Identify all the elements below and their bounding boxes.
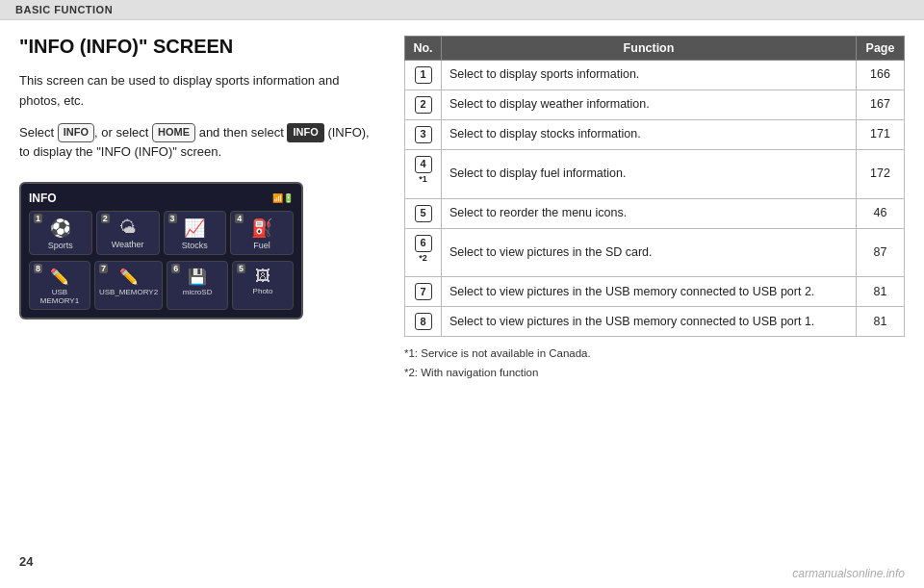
superscript: *2: [419, 253, 427, 263]
screen-usb2-label: USB_MEMORY2: [99, 288, 158, 296]
screen-icon-photo[interactable]: 5 🖼 Photo: [232, 261, 294, 310]
screen-usb1-label: USB MEMORY1: [34, 288, 86, 305]
table-row: 3Select to display stocks information.17…: [405, 120, 905, 150]
screen-bottom-icons-row: 8 ✏️ USB MEMORY1 7 ✏️ USB_MEMORY2 6 💾 mi…: [29, 261, 294, 310]
screen-icon-fuel[interactable]: 4 ⛽ Fuel: [230, 211, 294, 255]
table-cell-page: 167: [857, 90, 905, 120]
screen-num-7: 7: [99, 264, 108, 273]
top-bar: BASIC FUNCTION: [0, 0, 924, 20]
table-cell-function: Select to display fuel information.: [442, 150, 857, 199]
col-header-no: No.: [405, 37, 442, 61]
table-cell-function: Select to display stocks information.: [442, 120, 857, 150]
table-cell-function: Select to view pictures in the USB memor…: [442, 277, 857, 307]
table-cell-function: Select to display weather information.: [442, 90, 857, 120]
screen-usb2-icon: ✏️: [99, 268, 158, 286]
table-cell-page: 166: [857, 61, 905, 90]
screen-num-2: 2: [101, 214, 110, 223]
table-cell-function: Select to display sports information.: [442, 61, 857, 90]
screen-num-5: 5: [237, 264, 245, 273]
table-cell-page: 81: [857, 277, 905, 307]
table-cell-num: 6*2: [405, 228, 442, 277]
table-cell-page: 171: [857, 120, 905, 150]
table-cell-num: 4*1: [405, 150, 442, 199]
table-cell-function: Select to reorder the menu icons.: [442, 198, 857, 228]
screen-header-text: INFO: [29, 192, 57, 205]
table-cell-num: 1: [405, 61, 442, 90]
right-column: No. Function Page 1Select to display spo…: [404, 36, 905, 382]
table-cell-page: 81: [857, 307, 905, 337]
screen-num-8: 8: [34, 264, 42, 273]
num-circle: 3: [415, 126, 432, 143]
table-cell-function: Select to view pictures in the USB memor…: [442, 307, 857, 337]
screen-icon-stocks[interactable]: 3 📈 Stocks: [164, 211, 227, 255]
screen-icon-usb2[interactable]: 7 ✏️ USB_MEMORY2: [94, 261, 163, 310]
para2-before: Select: [19, 125, 54, 140]
num-circle: 4: [415, 156, 432, 173]
page-number: 24: [19, 554, 33, 569]
table-row: 6*2Select to view pictures in the SD car…: [405, 228, 905, 277]
table-row: 5Select to reorder the menu icons.46: [405, 198, 905, 228]
table-cell-num: 2: [405, 90, 442, 120]
col-header-function: Function: [442, 37, 857, 61]
num-circle: 7: [415, 283, 432, 300]
info-table: No. Function Page 1Select to display spo…: [404, 36, 905, 337]
screen-top-icons-row: 1 ⚽ Sports 2 🌤 Weather 3 📈 Stocks 4 ⛽: [29, 211, 294, 255]
top-bar-label: BASIC FUNCTION: [15, 4, 113, 15]
screen-weather-label: Weather: [101, 240, 155, 249]
screen-status-icons: 📶🔋: [272, 193, 294, 203]
table-cell-page: 46: [857, 198, 905, 228]
screen-icon-usb1[interactable]: 8 ✏️ USB MEMORY1: [29, 261, 90, 310]
info-btn-filled: INFO: [287, 123, 323, 142]
section-title: "INFO (INFO)" SCREEN: [19, 36, 375, 58]
screen-num-6: 6: [171, 264, 180, 273]
table-cell-function: Select to view pictures in the SD card.: [442, 228, 857, 277]
screen-photo-label: Photo: [237, 287, 289, 295]
table-cell-num: 5: [405, 198, 442, 228]
table-cell-num: 8: [405, 307, 442, 337]
table-cell-num: 3: [405, 120, 442, 150]
footnotes: *1: Service is not available in Canada. …: [404, 345, 905, 382]
screen-num-1: 1: [34, 214, 42, 223]
info-btn-outline: INFO: [58, 123, 94, 142]
num-circle: 2: [415, 96, 432, 114]
screen-icon-microsd[interactable]: 6 💾 microSD: [167, 261, 228, 310]
num-circle: 1: [415, 66, 432, 84]
table-cell-page: 87: [857, 228, 905, 277]
para2-after: and then select: [199, 125, 284, 140]
screen-mockup: INFO 📶🔋 1 ⚽ Sports 2 🌤 Weather 3 📈 Stoc: [19, 182, 303, 320]
watermark: carmanualsonline.info: [792, 567, 905, 580]
screen-icon-sports[interactable]: 1 ⚽ Sports: [29, 211, 92, 255]
table-cell-page: 172: [857, 150, 905, 199]
screen-sports-label: Sports: [34, 241, 88, 250]
screen-fuel-label: Fuel: [235, 241, 289, 250]
table-row: 8Select to view pictures in the USB memo…: [405, 307, 905, 337]
para2-mid: , or select: [94, 125, 148, 140]
description-para1: This screen can be used to display sport…: [19, 71, 375, 112]
num-circle: 5: [415, 205, 432, 222]
screen-microsd-label: microSD: [171, 288, 223, 296]
footnote-1: *1: Service is not available in Canada.: [404, 345, 905, 364]
screen-num-3: 3: [168, 214, 177, 223]
home-btn-outline: HOME: [152, 123, 195, 142]
screen-num-4: 4: [235, 214, 244, 223]
table-row: 2Select to display weather information.1…: [405, 90, 905, 120]
superscript: *1: [419, 174, 427, 184]
screen-stocks-label: Stocks: [168, 241, 222, 250]
left-column: "INFO (INFO)" SCREEN This screen can be …: [19, 36, 375, 382]
description-para2: Select INFO, or select HOME and then sel…: [19, 123, 375, 164]
screen-header: INFO 📶🔋: [29, 192, 294, 205]
col-header-page: Page: [857, 37, 905, 61]
num-circle: 6: [415, 235, 432, 252]
table-row: 1Select to display sports information.16…: [405, 61, 905, 90]
screen-icon-weather[interactable]: 2 🌤 Weather: [96, 211, 160, 255]
num-circle: 8: [415, 313, 432, 330]
table-cell-num: 7: [405, 277, 442, 307]
footnote-2: *2: With navigation function: [404, 364, 905, 383]
table-row: 4*1Select to display fuel information.17…: [405, 150, 905, 199]
table-row: 7Select to view pictures in the USB memo…: [405, 277, 905, 307]
